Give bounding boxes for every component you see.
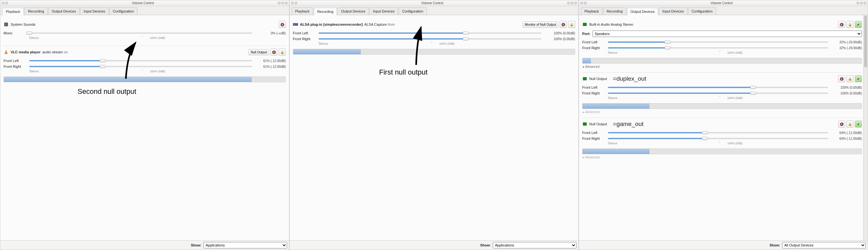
channel-label: Front Right	[582, 46, 605, 50]
tab-recording[interactable]: Recording	[314, 8, 337, 15]
advanced-toggle[interactable]: Advanced	[582, 109, 862, 114]
svg-rect-0	[4, 23, 8, 26]
input-select-button[interactable]: Monitor of Null Output	[523, 22, 558, 28]
tab-playback[interactable]: Playback	[581, 7, 602, 15]
window-pin-icon[interactable]	[5, 2, 8, 4]
volume-readout: 100% (0.00dB)	[545, 37, 575, 41]
volume-slider[interactable]	[319, 31, 541, 36]
channel-front-right: Front Right 61% (-12.80dB)	[4, 64, 286, 69]
channel-label: Front Left	[582, 85, 605, 89]
vu-meter	[4, 76, 286, 82]
volume-slider[interactable]	[608, 45, 828, 50]
lock-icon: 🔒	[848, 77, 852, 81]
show-select[interactable]: Applications	[204, 242, 287, 248]
close-icon[interactable]	[574, 2, 577, 4]
volume-slider[interactable]	[608, 136, 828, 141]
volume-slider[interactable]	[608, 39, 828, 45]
tab-output-devices[interactable]: Output Devices	[627, 8, 658, 15]
minimize-icon[interactable]	[278, 2, 281, 4]
tabs: Playback Recording Output Devices Input …	[0, 6, 289, 15]
tab-output-devices[interactable]: Output Devices	[48, 7, 80, 15]
volume-slider[interactable]	[608, 85, 828, 90]
volume-slider[interactable]	[608, 130, 828, 135]
mute-icon: 🔇	[561, 23, 565, 26]
volume-readout: 64% (-11.69dB)	[831, 137, 862, 140]
window-pin-icon[interactable]	[584, 2, 587, 4]
mute-icon: 🔇	[840, 122, 843, 126]
default-button[interactable]: ✔	[855, 75, 862, 82]
tab-input-devices[interactable]: Input Devices	[80, 7, 109, 15]
mute-button[interactable]: 🔇	[270, 48, 277, 56]
advanced-toggle[interactable]: Advanced	[582, 154, 862, 160]
tab-input-devices[interactable]: Input Devices	[369, 7, 398, 15]
maximize-icon[interactable]	[281, 2, 284, 4]
tab-output-devices[interactable]: Output Devices	[338, 7, 369, 15]
device-eq-label: =duplex_out	[613, 75, 646, 82]
svg-rect-4	[583, 23, 587, 26]
ssr-label: ALSA plug-in [simplescreenrecorder]: ALS…	[300, 23, 395, 26]
minimize-icon[interactable]	[567, 2, 570, 4]
volume-slider[interactable]	[319, 36, 541, 41]
mute-button[interactable]: 🔇	[838, 120, 845, 128]
volume-slider[interactable]	[608, 91, 828, 96]
footer: Show: Applications	[290, 240, 578, 250]
volume-readout: 100% (0.00dB)	[831, 86, 862, 89]
volume-readout: 61% (-12.80dB)	[255, 65, 286, 68]
show-label: Show:	[770, 243, 780, 247]
output-select-button[interactable]: Null Output	[248, 49, 269, 55]
tab-playback[interactable]: Playback	[291, 7, 313, 15]
mute-button[interactable]: 🔇	[560, 21, 567, 28]
mute-button[interactable]: 🔇	[279, 21, 286, 28]
lock-channels-button[interactable]: 🔒	[846, 21, 854, 28]
check-icon: ✔	[857, 23, 860, 26]
mute-button[interactable]: 🔇	[838, 21, 845, 28]
advanced-toggle[interactable]: Advanced	[582, 64, 862, 69]
close-icon[interactable]	[285, 2, 288, 4]
device-null-duplex: Null Output =duplex_out 🔇 🔒 ✔ Front Left…	[582, 72, 862, 116]
lock-channels-button[interactable]: 🔒	[279, 48, 286, 56]
window-pin-icon[interactable]	[294, 2, 298, 4]
tab-recording[interactable]: Recording	[25, 7, 48, 15]
tab-input-devices[interactable]: Input Devices	[659, 7, 687, 15]
minimize-icon[interactable]	[857, 2, 859, 4]
annotation-second-null: Second null output	[78, 87, 136, 96]
titlebar[interactable]: Volume Control	[290, 0, 578, 6]
default-button[interactable]: ✔	[855, 21, 862, 28]
volume-slider[interactable]	[29, 58, 252, 63]
stream-ssr: ALSA plug-in [simplescreenrecorder]: ALS…	[293, 18, 575, 56]
lock-channels-button[interactable]: 🔒	[846, 75, 854, 82]
mute-button[interactable]: 🔇	[838, 75, 845, 82]
default-button[interactable]: ✔	[855, 120, 862, 128]
lock-channels-button[interactable]: 🔒	[846, 120, 854, 128]
window-menu-icon[interactable]	[2, 2, 4, 4]
close-icon[interactable]	[864, 2, 866, 4]
show-select[interactable]: All Output Devices	[782, 242, 866, 248]
lock-channels-button[interactable]: 🔒	[568, 21, 575, 28]
volume-slider[interactable]	[29, 31, 252, 36]
tab-configuration[interactable]: Configuration	[399, 7, 427, 15]
port-select[interactable]: Speakers	[592, 31, 862, 37]
vertical-scrollbar[interactable]	[863, 15, 868, 240]
channel-front-left: Front Left 32% (-29.90dB)	[582, 39, 862, 45]
tab-recording[interactable]: Recording	[603, 7, 626, 15]
channel-mono: Mono 0% (-∞dB)	[4, 31, 286, 36]
channel-label: Front Left	[4, 59, 26, 63]
maximize-icon[interactable]	[860, 2, 863, 4]
footer: Show: All Output Devices	[579, 240, 868, 250]
titlebar[interactable]: Volume Control	[0, 0, 289, 6]
maximize-icon[interactable]	[570, 2, 574, 4]
channel-front-left: Front Left 100% (0.00dB)	[582, 85, 862, 90]
svg-rect-6	[583, 122, 587, 126]
show-select[interactable]: Applications	[493, 242, 577, 248]
tab-playback[interactable]: Playback	[2, 8, 24, 15]
annotation-first-null: First null output	[379, 68, 427, 76]
tab-configuration[interactable]: Configuration	[110, 7, 137, 15]
window-recording: Volume Control Playback Recording Output…	[289, 0, 579, 250]
channel-label: Front Left	[582, 131, 605, 135]
titlebar[interactable]: Volume Control	[579, 0, 868, 6]
system-sounds-label: System Sounds	[11, 23, 35, 26]
window-menu-icon[interactable]	[580, 2, 583, 4]
tab-configuration[interactable]: Configuration	[688, 7, 716, 15]
volume-slider[interactable]	[29, 64, 252, 69]
window-menu-icon[interactable]	[291, 2, 294, 4]
